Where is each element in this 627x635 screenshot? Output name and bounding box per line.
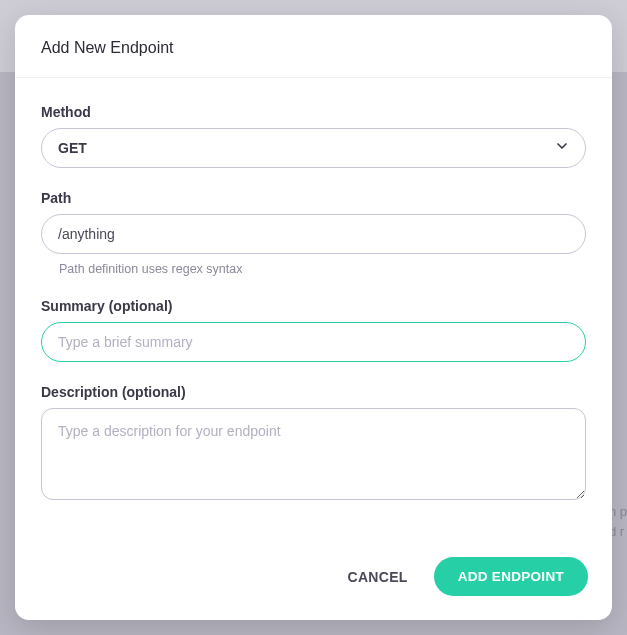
path-helper-text: Path definition uses regex syntax [59,262,586,276]
modal-header: Add New Endpoint [15,15,612,78]
path-field-group: Path Path definition uses regex syntax [41,190,586,276]
path-input[interactable] [41,214,586,254]
cancel-button[interactable]: CANCEL [340,559,416,595]
summary-input[interactable] [41,322,586,362]
add-endpoint-button[interactable]: ADD ENDPOINT [434,557,588,596]
description-label: Description (optional) [41,384,586,400]
method-select[interactable]: GET [41,128,586,168]
path-label: Path [41,190,586,206]
add-endpoint-modal: Add New Endpoint Method GET Path Path de… [15,15,612,620]
summary-label: Summary (optional) [41,298,586,314]
method-label: Method [41,104,586,120]
method-select-wrap: GET [41,128,586,168]
modal-body: Method GET Path Path definition uses reg… [15,78,612,541]
description-textarea[interactable] [41,408,586,500]
description-field-group: Description (optional) [41,384,586,504]
modal-title: Add New Endpoint [41,39,586,57]
modal-footer: CANCEL ADD ENDPOINT [15,541,612,620]
method-field-group: Method GET [41,104,586,168]
summary-field-group: Summary (optional) [41,298,586,362]
